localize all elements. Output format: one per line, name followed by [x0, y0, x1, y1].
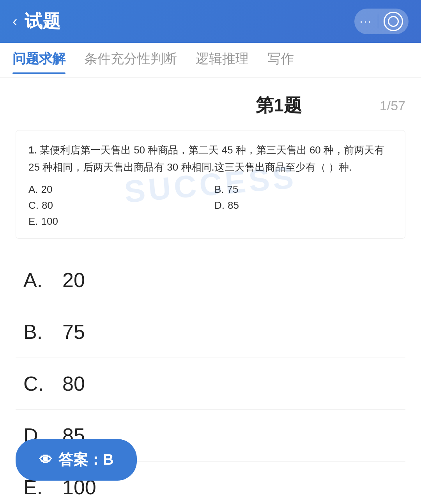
preview-option-b-label: B. — [214, 183, 224, 196]
tabs-bar: 问题求解 条件充分性判断 逻辑推理 写作 — [0, 43, 421, 78]
preview-option-e: E. 100 — [28, 215, 393, 227]
preview-option-c: C. 80 — [28, 199, 207, 211]
preview-option-d-label: D. — [214, 199, 225, 211]
header-left: ‹ 试题 — [12, 9, 60, 33]
page-title: 试题 — [25, 9, 60, 33]
option-b[interactable]: B. 75 — [16, 306, 405, 358]
preview-option-d: D. 85 — [214, 199, 393, 211]
question-header: 第1题 1/57 — [16, 93, 405, 118]
question-preview-card: 1. 某便利店第一天售出 50 种商品，第二天 45 种，第三天售出 60 种，… — [16, 130, 405, 239]
answer-bar: 👁 答案：B — [16, 439, 137, 481]
tab-condition-sufficiency[interactable]: 条件充分性判断 — [84, 50, 177, 71]
preview-options-grid: A. 20 B. 75 C. 80 D. 85 — [28, 183, 393, 211]
question-body: 某便利店第一天售出 50 种商品，第二天 45 种，第三天售出 60 种，前两天… — [28, 144, 384, 173]
tab-logic-reasoning[interactable]: 逻辑推理 — [196, 50, 249, 71]
question-text: 1. 某便利店第一天售出 50 种商品，第二天 45 种，第三天售出 60 种，… — [28, 141, 393, 176]
preview-option-a: A. 20 — [28, 183, 207, 196]
tab-writing[interactable]: 写作 — [267, 50, 294, 71]
preview-option-a-value: 20 — [41, 183, 53, 196]
vertical-divider — [378, 14, 378, 28]
option-a-value: 20 — [62, 268, 85, 292]
preview-option-d-value: 85 — [228, 199, 239, 211]
option-a-label: A. — [23, 268, 55, 292]
option-c-value: 80 — [62, 372, 85, 395]
question-title: 第1题 — [191, 93, 366, 118]
question-number: 1. — [28, 144, 37, 156]
answer-label: 答案：B — [58, 450, 113, 470]
option-c-label: C. — [23, 372, 55, 395]
tab-problem-solving[interactable]: 问题求解 — [12, 50, 65, 71]
question-progress: 1/57 — [366, 98, 405, 113]
show-answer-button[interactable]: 👁 答案：B — [16, 439, 137, 481]
eye-icon: 👁 — [39, 452, 52, 467]
header: ‹ 试题 ··· — [0, 0, 421, 43]
preview-option-a-label: A. — [28, 183, 38, 196]
option-c[interactable]: C. 80 — [16, 358, 405, 410]
camera-button[interactable] — [384, 12, 403, 31]
preview-option-e-value: 100 — [41, 215, 58, 227]
preview-option-c-value: 80 — [42, 199, 53, 211]
more-options-button[interactable]: ··· — [360, 15, 372, 28]
option-b-value: 75 — [62, 320, 85, 344]
back-button[interactable]: ‹ — [12, 14, 18, 29]
option-b-label: B. — [23, 320, 55, 344]
header-actions: ··· — [354, 9, 409, 34]
preview-option-c-label: C. — [28, 199, 39, 211]
option-a[interactable]: A. 20 — [16, 254, 405, 306]
preview-option-e-label: E. — [28, 215, 38, 227]
preview-option-b: B. 75 — [214, 183, 393, 196]
preview-option-b-value: 75 — [227, 183, 239, 196]
